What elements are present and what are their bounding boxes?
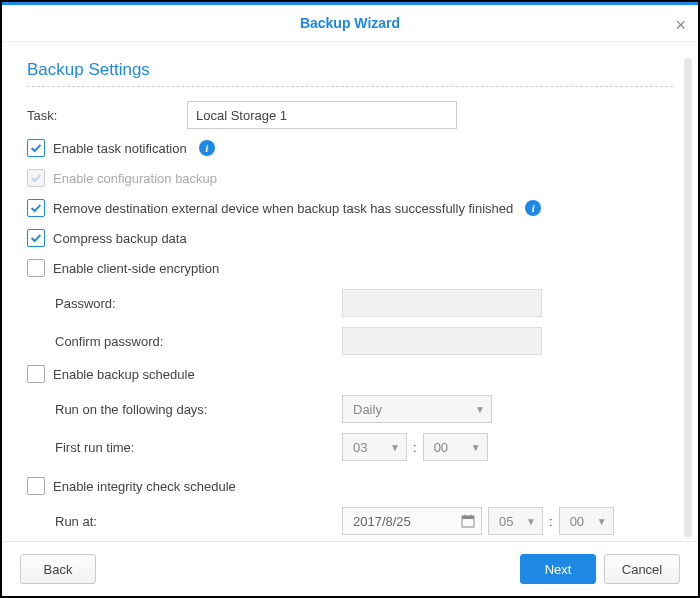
titlebar: Backup Wizard × bbox=[2, 2, 698, 42]
window-title: Backup Wizard bbox=[300, 15, 400, 31]
svg-rect-1 bbox=[462, 516, 474, 519]
minute-value: 00 bbox=[434, 440, 448, 455]
scrollbar[interactable] bbox=[684, 58, 692, 538]
notification-label: Enable task notification bbox=[53, 141, 187, 156]
notification-checkbox[interactable] bbox=[27, 139, 45, 157]
hour-select[interactable]: 03 ▼ bbox=[342, 433, 407, 461]
chevron-down-icon: ▼ bbox=[475, 404, 485, 415]
first-run-label: First run time: bbox=[27, 440, 342, 455]
remove-device-checkbox[interactable] bbox=[27, 199, 45, 217]
close-icon[interactable]: × bbox=[675, 15, 686, 36]
hour-value: 03 bbox=[353, 440, 367, 455]
compress-checkbox[interactable] bbox=[27, 229, 45, 247]
schedule-label: Enable backup schedule bbox=[53, 367, 195, 382]
info-icon[interactable]: i bbox=[199, 140, 215, 156]
confirm-password-input[interactable] bbox=[342, 327, 542, 355]
task-row: Task: bbox=[27, 101, 673, 129]
back-button[interactable]: Back bbox=[20, 554, 96, 584]
next-button[interactable]: Next bbox=[520, 554, 596, 584]
compress-row: Compress backup data bbox=[27, 229, 673, 247]
integrity-minute-select[interactable]: 00 ▼ bbox=[559, 507, 614, 535]
date-picker[interactable]: 2017/8/25 bbox=[342, 507, 482, 535]
info-icon[interactable]: i bbox=[525, 200, 541, 216]
encryption-row: Enable client-side encryption bbox=[27, 259, 673, 277]
time-separator: : bbox=[549, 514, 553, 529]
encryption-label: Enable client-side encryption bbox=[53, 261, 219, 276]
confirm-password-label: Confirm password: bbox=[27, 334, 342, 349]
section-title: Backup Settings bbox=[27, 60, 673, 87]
confirm-password-row: Confirm password: bbox=[27, 327, 673, 355]
footer: Back Next Cancel bbox=[2, 541, 698, 596]
password-label: Password: bbox=[27, 296, 342, 311]
run-at-label: Run at: bbox=[27, 514, 342, 529]
minute-select[interactable]: 00 ▼ bbox=[423, 433, 488, 461]
config-backup-label: Enable configuration backup bbox=[53, 171, 217, 186]
days-value: Daily bbox=[353, 402, 382, 417]
chevron-down-icon: ▼ bbox=[526, 516, 536, 527]
config-backup-row: Enable configuration backup bbox=[27, 169, 673, 187]
config-backup-checkbox bbox=[27, 169, 45, 187]
task-input[interactable] bbox=[187, 101, 457, 129]
cancel-button[interactable]: Cancel bbox=[604, 554, 680, 584]
remove-device-label: Remove destination external device when … bbox=[53, 201, 513, 216]
chevron-down-icon: ▼ bbox=[471, 442, 481, 453]
integrity-hour-value: 05 bbox=[499, 514, 513, 529]
schedule-checkbox[interactable] bbox=[27, 365, 45, 383]
time-separator: : bbox=[413, 440, 417, 455]
days-select[interactable]: Daily ▼ bbox=[342, 395, 492, 423]
notification-row: Enable task notification i bbox=[27, 139, 673, 157]
password-row: Password: bbox=[27, 289, 673, 317]
run-at-row: Run at: 2017/8/25 05 ▼ : 00 ▼ bbox=[27, 507, 673, 535]
integrity-hour-select[interactable]: 05 ▼ bbox=[488, 507, 543, 535]
integrity-row: Enable integrity check schedule bbox=[27, 477, 673, 495]
integrity-label: Enable integrity check schedule bbox=[53, 479, 236, 494]
content-area: Backup Settings Task: Enable task notifi… bbox=[2, 42, 698, 541]
chevron-down-icon: ▼ bbox=[597, 516, 607, 527]
days-label: Run on the following days: bbox=[27, 402, 342, 417]
task-label: Task: bbox=[27, 108, 187, 123]
chevron-down-icon: ▼ bbox=[390, 442, 400, 453]
remove-device-row: Remove destination external device when … bbox=[27, 199, 673, 217]
integrity-checkbox[interactable] bbox=[27, 477, 45, 495]
first-run-row: First run time: 03 ▼ : 00 ▼ bbox=[27, 433, 673, 461]
schedule-row: Enable backup schedule bbox=[27, 365, 673, 383]
encryption-checkbox[interactable] bbox=[27, 259, 45, 277]
password-input[interactable] bbox=[342, 289, 542, 317]
integrity-minute-value: 00 bbox=[570, 514, 584, 529]
calendar-icon bbox=[461, 514, 475, 528]
days-row: Run on the following days: Daily ▼ bbox=[27, 395, 673, 423]
date-value: 2017/8/25 bbox=[353, 514, 411, 529]
compress-label: Compress backup data bbox=[53, 231, 187, 246]
